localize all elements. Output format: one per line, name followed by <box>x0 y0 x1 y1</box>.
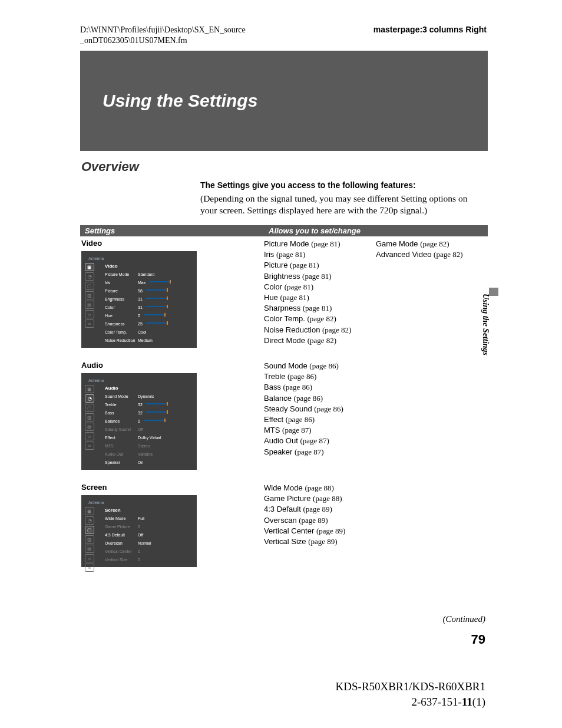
slider-icon <box>146 298 167 299</box>
feature-page-ref: (page 82) <box>307 314 336 323</box>
feature-page-ref: (page 88) <box>313 494 342 503</box>
menu-item-value: 0 <box>138 525 140 529</box>
category-left: Video▣◔▢▥▤⌂≡AntennaVideoPicture ModeStan… <box>80 236 264 358</box>
slider-icon <box>146 403 167 404</box>
source-path-line2: _onDT062305\01US07MEN.fm <box>80 36 187 45</box>
slider-icon <box>146 289 167 291</box>
continued-label: (Continued) <box>443 614 486 624</box>
footer-code-bold: 11 <box>462 696 472 708</box>
menu-item-value: Stereo <box>138 444 150 448</box>
feature-item: Steady Sound (page 86) <box>264 404 376 414</box>
intro-body: (Depending on the signal tuned, you may … <box>200 193 467 215</box>
menu-item-row: Noise ReductionMedium <box>81 336 197 344</box>
menu-item-row: Color Temp.Cool <box>81 328 197 336</box>
menu-item-label: Iris <box>105 281 138 285</box>
feature-item: Effect (page 86) <box>264 414 376 425</box>
category-left: Screen▣◔▢▥▤⌂≡AntennaScreenWide ModeFullG… <box>80 480 264 578</box>
menu-item-value: 0 <box>138 549 140 554</box>
feature-name: Iris <box>264 250 276 259</box>
menu-item-label: Treble <box>105 403 138 407</box>
footer-code-suffix: (1) <box>472 696 485 708</box>
menu-section-title: Audio <box>81 384 197 392</box>
feature-page-ref: (page 86) <box>283 383 312 391</box>
feature-page-ref: (page 82) <box>420 239 449 248</box>
feature-column-1: Wide Mode (page 88)Game Picture (page 88… <box>264 483 376 578</box>
table-header-settings: Settings <box>85 226 269 235</box>
feature-item: Sharpness (page 81) <box>264 303 376 314</box>
menu-item-label: Hue <box>105 314 138 318</box>
menu-item-row: Treble32 <box>81 400 197 409</box>
feature-item: MTS (page 87) <box>264 425 376 436</box>
feature-item: Balance (page 86) <box>264 393 376 404</box>
category-left: Audio▣◔▢▥▤⌂≡AntennaAudioSound ModeDynami… <box>80 358 264 480</box>
feature-item: Overscan (page 89) <box>264 515 376 526</box>
feature-page-ref: (page 86) <box>287 372 316 381</box>
menu-item-row: Picture58 <box>81 286 197 295</box>
source-path-line1: D:\WINNT\Profiles\fujii\Desktop\SX_EN_so… <box>80 25 246 34</box>
intro-block: The Settings give you access to the foll… <box>200 180 483 216</box>
menu-item-label: MTS <box>105 444 138 448</box>
menu-item-value: 0 <box>138 314 140 318</box>
menu-item-label: Sound Mode <box>105 394 138 398</box>
menu-item-value: On <box>138 460 143 465</box>
menu-item-label: Sharpness <box>105 322 138 326</box>
feature-item: Speaker (page 87) <box>264 447 376 457</box>
feature-item: Bass (page 86) <box>264 382 376 393</box>
menu-item-value: Full <box>138 516 144 521</box>
menu-item-row: EffectDolby Virtual <box>81 433 197 442</box>
menu-item-row: Vertical Size0 <box>81 555 197 564</box>
feature-name: Balance <box>264 394 294 403</box>
slider-icon <box>144 314 165 315</box>
feature-name: Overscan <box>264 516 299 525</box>
feature-page-ref: (page 82) <box>308 336 336 345</box>
feature-name: Bass <box>264 383 283 391</box>
feature-name: Direct Mode <box>264 336 308 345</box>
feature-page-ref: (page 89) <box>299 516 328 525</box>
menu-item-label: Wide Mode <box>105 516 138 521</box>
feature-item: Color (page 81) <box>264 282 376 292</box>
menu-item-row: Sharpness25 <box>81 319 197 328</box>
feature-page-ref: (page 81) <box>302 272 331 281</box>
side-section-label: Using the Settings <box>481 294 490 355</box>
menu-item-value: 25 <box>138 322 143 326</box>
menu-item-label: Picture Mode <box>105 272 138 276</box>
feature-name: Noise Reduction <box>264 325 322 334</box>
menu-section-title: Video <box>81 262 197 270</box>
menu-header-row: Antenna <box>81 255 197 262</box>
category-title: Audio <box>81 361 260 370</box>
feature-item: Hue (page 81) <box>264 292 376 303</box>
menu-item-row: IrisMax <box>81 278 197 286</box>
menu-item-value: 0 <box>138 558 140 562</box>
menu-item-value: 31 <box>138 305 143 309</box>
feature-name: Vertical Size <box>264 537 308 546</box>
menu-item-value: Cool <box>138 330 146 334</box>
feature-column-2 <box>376 361 488 480</box>
category-features: Wide Mode (page 88)Game Picture (page 88… <box>264 480 488 578</box>
menu-item-label: Vertical Size <box>105 558 138 562</box>
menu-item-label: Audio Out <box>105 452 138 456</box>
feature-column-1: Picture Mode (page 81)Iris (page 81)Pict… <box>264 239 376 358</box>
feature-column-2: Game Mode (page 82)Advanced Video (page … <box>376 239 488 358</box>
menu-item-label: Vertical Center <box>105 549 138 554</box>
feature-name: Picture Mode <box>264 239 311 248</box>
feature-name: Audio Out <box>264 436 300 445</box>
category-features: Sound Mode (page 86)Treble (page 86)Bass… <box>264 358 488 480</box>
menu-screenshot: ▣◔▢▥▤⌂≡AntennaScreenWide ModeFullGame Pi… <box>81 495 197 567</box>
menu-item-label: 4:3 Default <box>105 533 138 537</box>
category-features: Picture Mode (page 81)Iris (page 81)Pict… <box>264 236 488 358</box>
menu-screenshot: ▣◔▢▥▤⌂≡AntennaVideoPicture ModeStandardI… <box>81 251 197 348</box>
feature-item: Game Picture (page 88) <box>264 493 376 504</box>
feature-item: Brightness (page 81) <box>264 271 376 282</box>
feature-page-ref: (page 86) <box>309 361 338 370</box>
feature-item: Noise Reduction (page 82) <box>264 325 376 335</box>
slider-icon <box>144 420 165 421</box>
feature-page-ref: (page 87) <box>300 436 329 445</box>
slider-icon <box>146 411 167 413</box>
feature-item: Game Mode (page 82) <box>376 239 488 249</box>
menu-item-label: Noise Reduction <box>105 338 138 342</box>
menu-item-row: MTSStereo <box>81 442 197 450</box>
feature-name: Steady Sound <box>264 404 314 413</box>
menu-item-row: Brightness31 <box>81 295 197 303</box>
menu-item-row: Sound ModeDynamic <box>81 392 197 400</box>
menu-item-value: 32 <box>138 403 143 407</box>
